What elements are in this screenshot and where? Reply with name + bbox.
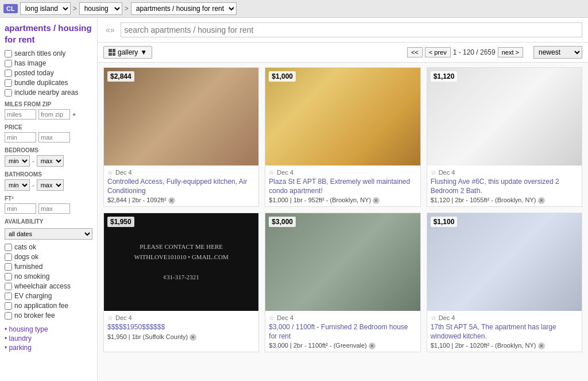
main-layout: apartments / housing for rent search tit… [0,18,588,381]
filter-cats[interactable]: cats ok [5,243,92,251]
gallery-label: gallery [118,48,138,56]
bath-max-select[interactable]: max11.522.53 [37,179,64,191]
bath-min-select[interactable]: min11.522.53 [5,179,30,191]
listing-title-link[interactable]: Flushing Ave #6C, this update oversized … [431,178,559,195]
sidebar-link-laundry[interactable]: laundry [5,334,92,342]
listing-title-link[interactable]: Controlled Access, Fully-equipped kitche… [107,178,247,195]
miles-label: MILES FROM ZIP [5,101,92,107]
listing-remove[interactable]: ✕ [538,197,545,204]
ft2-range [5,203,92,214]
star-icon[interactable]: ☆ [107,169,113,176]
star-icon[interactable]: ☆ [107,314,113,322]
listing-image: $1,120 [427,68,582,166]
price-badge: $1,120 [431,71,458,82]
listing-card: $1,100 ☆ Dec 4 17th St APT 5A, The apart… [427,213,582,352]
price-min-input[interactable] [5,132,36,143]
bed-max-select[interactable]: max012345 [37,155,64,167]
listing-remove[interactable]: ✕ [189,334,196,341]
price-max-input[interactable] [38,132,70,143]
listing-date: Dec 4 [277,169,293,176]
listing-remove[interactable]: ✕ [538,342,545,349]
bundle-duplicates-checkbox[interactable] [5,79,12,87]
listing-details: $1,100 | 2br - 1020ft² - (Brooklyn, NY) … [431,342,578,349]
bed-min-select[interactable]: min012345 [5,155,30,167]
filter-wheelchair[interactable]: wheelchair access [5,282,92,290]
listing-info: ☆ Dec 4 $3,000 / 1100ft - Furnished 2 Be… [265,311,420,352]
subcategory-select[interactable]: apartments / housing for rent rooms & sh… [131,2,237,15]
first-page-button[interactable]: << [407,47,423,57]
listings-area: $2,844 ☆ Dec 4 Controlled Access, Fully-… [98,63,588,381]
listing-title-link[interactable]: $$$$$1950$$$$$$ [107,323,165,331]
filter-include-nearby[interactable]: include nearby areas [5,88,92,97]
filter-has-image[interactable]: has image [5,59,92,67]
availability-select[interactable]: all datestodaythis weekthis month [5,228,92,240]
target-icon[interactable]: ⌖ [72,111,76,118]
sort-select[interactable]: newestoldestprice ascprice desc [533,46,582,59]
no-broker-checkbox[interactable] [5,312,12,320]
category-select[interactable]: housing jobs for sale services [79,2,122,15]
cats-checkbox[interactable] [5,244,12,251]
posted-today-checkbox[interactable] [5,70,12,77]
bedrooms-row: min012345 - max012345 [5,155,92,167]
location-select[interactable]: long island new york brooklyn queens [20,2,71,15]
filter-bundle-duplicates[interactable]: bundle duplicates [5,79,92,87]
price-badge: $1,100 [431,217,458,227]
price-range [5,132,92,143]
wheelchair-checkbox[interactable] [5,283,12,290]
filter-search-titles[interactable]: search titles only [5,49,92,57]
listing-remove[interactable]: ✕ [168,197,175,204]
listing-title-link[interactable]: Plaza St E APT 8B, Extremely well mainta… [269,178,410,195]
filter-posted-today[interactable]: posted today [5,69,92,77]
gallery-button[interactable]: gallery ▼ [103,46,152,59]
filter-no-broker[interactable]: no broker fee [5,311,92,320]
search-input[interactable] [121,22,582,37]
filter-no-app-fee[interactable]: no application fee [5,302,92,310]
star-icon[interactable]: ☆ [431,314,436,322]
collapse-button[interactable]: «» [103,25,117,34]
star-icon[interactable]: ☆ [431,169,436,176]
star-icon[interactable]: ☆ [269,169,274,176]
search-titles-checkbox[interactable] [5,50,12,57]
listing-card: $1,950 PLEASE CONTACT ME HEREWITHLOVE101… [103,213,259,352]
furnished-checkbox[interactable] [5,263,12,271]
has-image-checkbox[interactable] [5,60,12,67]
zip-input[interactable] [38,109,70,120]
listing-info: ☆ Dec 4 $$$$$1950$$$$$$ $1,950 | 1br (Su… [104,311,258,343]
ev-checkbox[interactable] [5,293,12,300]
filter-dogs[interactable]: dogs ok [5,253,92,261]
no-app-fee-checkbox[interactable] [5,302,12,310]
no-smoking-checkbox[interactable] [5,273,12,280]
filter-furnished[interactable]: furnished [5,263,92,271]
miles-input[interactable] [5,109,36,120]
availability-label: AVAILABILITY [5,218,92,225]
breadcrumb-arrow-2: > [125,5,129,13]
listing-date: Dec 4 [115,314,132,321]
listing-image: $1,100 [427,213,582,311]
sidebar-links: housing type laundry parking [5,325,92,352]
listing-remove[interactable]: ✕ [373,197,380,204]
listing-card: $3,000 ☆ Dec 4 $3,000 / 1100ft - Furnish… [265,213,420,352]
dogs-checkbox[interactable] [5,253,12,261]
price-label: PRICE [5,124,92,130]
ft2-min-input[interactable] [5,203,36,214]
listing-title-link[interactable]: $3,000 / 1100ft - Furnished 2 Bedroom ho… [269,323,408,340]
search-bar: «» [98,18,588,43]
include-nearby-checkbox[interactable] [5,89,12,97]
listing-meta: ☆ Dec 4 [431,169,578,176]
sidebar-link-parking[interactable]: parking [5,344,92,352]
top-navigation: CL long island new york brooklyn queens … [0,0,588,18]
prev-page-button[interactable]: < prev [425,47,451,57]
listing-title-link[interactable]: 17th St APT 5A, The apartment has large … [431,323,556,340]
listing-info: ☆ Dec 4 Flushing Ave #6C, this update ov… [427,166,582,206]
ft2-max-input[interactable] [38,203,70,214]
content-area: «» gallery ▼ << < prev 1 - 120 / 2659 ne… [98,18,588,381]
filter-ev[interactable]: EV charging [5,292,92,300]
listing-remove[interactable]: ✕ [369,342,376,349]
grid-icon [109,49,115,56]
filter-no-smoking[interactable]: no smoking [5,272,92,280]
star-icon[interactable]: ☆ [269,314,274,322]
sidebar-link-housing-type[interactable]: housing type [5,325,92,333]
next-page-button[interactable]: next > [498,47,523,57]
listing-meta: ☆ Dec 4 [269,314,416,322]
bathrooms-label: BATHROOMS [5,171,92,178]
